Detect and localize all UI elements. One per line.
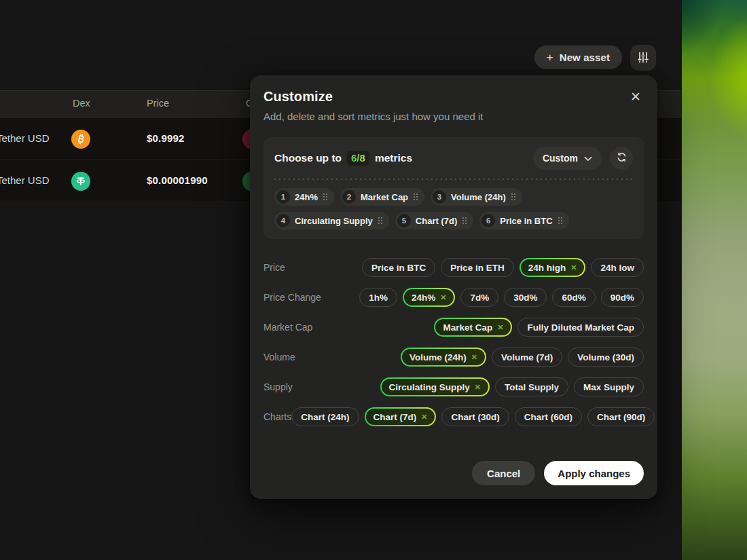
metrics-count: 6/8 bbox=[351, 152, 365, 164]
remove-x-icon[interactable]: ✕ bbox=[421, 413, 427, 422]
drag-handle-icon[interactable] bbox=[462, 217, 467, 225]
selected-metric-chip[interactable]: 5 Chart (7d) bbox=[395, 212, 473, 229]
drag-handle-icon[interactable] bbox=[511, 193, 516, 201]
column-header-dex[interactable]: Dex bbox=[73, 98, 90, 109]
category-options: Volume (24h)✕ Volume (7d) Volume (30d) bbox=[401, 348, 644, 367]
refresh-icon bbox=[617, 152, 627, 164]
selected-metric-chip[interactable]: 6 Price in BTC bbox=[479, 212, 568, 229]
category-row-price: Price Price in BTC Price in ETH 24h high… bbox=[263, 258, 644, 277]
category-row-volume: Volume Volume (24h)✕ Volume (7d) Volume … bbox=[263, 348, 644, 367]
option-chip[interactable]: Chart (90d) bbox=[587, 407, 655, 426]
selected-metric-chip[interactable]: 1 24h% bbox=[274, 188, 334, 206]
selected-metric-chip[interactable]: 3 Volume (24h) bbox=[431, 188, 522, 206]
option-chip-selected[interactable]: Volume (24h)✕ bbox=[401, 348, 486, 367]
option-chip[interactable]: Price in ETH bbox=[441, 258, 514, 277]
selected-metric-chip[interactable]: 2 Market Cap bbox=[340, 188, 424, 206]
close-icon[interactable]: ✕ bbox=[627, 89, 644, 105]
remove-x-icon[interactable]: ✕ bbox=[475, 383, 481, 392]
new-asset-label: New asset bbox=[560, 52, 610, 63]
metric-label: Circulating Supply bbox=[295, 216, 373, 226]
option-label: Chart (24h) bbox=[301, 412, 349, 422]
option-chip[interactable]: Chart (30d) bbox=[441, 407, 509, 426]
option-label: Volume (7d) bbox=[501, 352, 553, 362]
option-label: Fully Diluted Market Cap bbox=[527, 322, 634, 333]
option-chip[interactable]: 30d% bbox=[504, 288, 547, 307]
option-label: 90d% bbox=[611, 293, 634, 303]
bitcoin-icon bbox=[71, 130, 90, 149]
remove-x-icon[interactable]: ✕ bbox=[440, 293, 446, 302]
metric-categories: Price Price in BTC Price in ETH 24h high… bbox=[263, 258, 644, 426]
category-label: Price Change bbox=[263, 292, 321, 303]
category-options: Price in BTC Price in ETH 24h high✕ 24h … bbox=[362, 258, 644, 277]
drag-handle-icon[interactable] bbox=[323, 193, 328, 201]
option-label: 30d% bbox=[513, 293, 537, 303]
chooser-suffix: metrics bbox=[375, 152, 412, 164]
option-chip[interactable]: Volume (30d) bbox=[568, 348, 644, 367]
option-chip[interactable]: Chart (24h) bbox=[291, 407, 359, 426]
option-chip[interactable]: 90d% bbox=[601, 288, 644, 307]
option-label: 24h% bbox=[412, 293, 435, 303]
column-filters-button[interactable] bbox=[630, 45, 656, 71]
metric-label: Market Cap bbox=[361, 192, 408, 202]
option-chip[interactable]: 60d% bbox=[552, 288, 595, 307]
chevron-down-icon bbox=[584, 153, 592, 164]
category-options: Circulating Supply✕ Total Supply Max Sup… bbox=[380, 377, 644, 396]
topbar-actions: + New asset bbox=[534, 45, 622, 69]
option-chip-selected[interactable]: Market Cap✕ bbox=[434, 318, 512, 337]
option-label: Chart (30d) bbox=[451, 412, 499, 422]
metric-label: Price in BTC bbox=[500, 216, 552, 226]
category-options: Chart (24h) Chart (7d)✕ Chart (30d) Char… bbox=[291, 407, 655, 426]
option-chip-selected[interactable]: 24h high✕ bbox=[520, 258, 586, 277]
option-chip-selected[interactable]: Chart (7d)✕ bbox=[365, 407, 437, 426]
option-label: Price in BTC bbox=[371, 263, 426, 273]
remove-x-icon[interactable]: ✕ bbox=[471, 353, 477, 362]
metric-label: Chart (7d) bbox=[416, 216, 457, 226]
category-row-market-cap: Market Cap Market Cap✕ Fully Diluted Mar… bbox=[263, 318, 644, 337]
option-chip[interactable]: 24h low bbox=[591, 258, 644, 277]
remove-x-icon[interactable]: ✕ bbox=[570, 263, 577, 272]
modal-footer: Cancel Apply changes bbox=[263, 461, 644, 485]
option-label: Volume (30d) bbox=[577, 352, 634, 362]
reset-metrics-button[interactable] bbox=[610, 147, 633, 170]
option-chip-selected[interactable]: 24h%✕ bbox=[403, 288, 456, 307]
preset-dropdown[interactable]: Custom bbox=[533, 147, 602, 170]
option-label: Market Cap bbox=[443, 322, 492, 333]
option-chip[interactable]: Total Supply bbox=[495, 377, 568, 396]
dotted-divider bbox=[274, 179, 633, 180]
category-options: 1h% 24h%✕ 7d% 30d% 60d% 90d% bbox=[359, 288, 644, 307]
category-label: Market Cap bbox=[263, 322, 312, 333]
asset-price: $0.00001990 bbox=[147, 174, 208, 186]
metric-order-badge: 1 bbox=[276, 190, 290, 204]
option-chip[interactable]: Chart (60d) bbox=[515, 407, 582, 426]
option-label: 60d% bbox=[562, 293, 585, 303]
metric-order-badge: 4 bbox=[276, 214, 290, 227]
asset-price: $0.9992 bbox=[147, 132, 185, 144]
asset-name: Tether USD bbox=[0, 132, 50, 144]
new-asset-button[interactable]: + New asset bbox=[534, 45, 622, 69]
chooser-top-row: Choose up to 6/8 metrics Custom bbox=[274, 147, 633, 170]
metric-label: Volume (24h) bbox=[451, 192, 506, 202]
tether-icon bbox=[71, 172, 90, 191]
remove-x-icon[interactable]: ✕ bbox=[497, 323, 503, 332]
plus-icon: + bbox=[547, 52, 553, 63]
drag-handle-icon[interactable] bbox=[558, 217, 563, 225]
category-row-supply: Supply Circulating Supply✕ Total Supply … bbox=[263, 377, 644, 396]
category-label: Price bbox=[263, 262, 285, 273]
selected-metric-chip[interactable]: 4 Circulating Supply bbox=[274, 212, 389, 229]
option-chip-selected[interactable]: Circulating Supply✕ bbox=[380, 377, 490, 396]
app-root: + New asset Dex Price C Tether USD bbox=[0, 0, 747, 560]
cancel-button[interactable]: Cancel bbox=[472, 461, 535, 485]
option-chip[interactable]: Price in BTC bbox=[362, 258, 435, 277]
column-header-price[interactable]: Price bbox=[147, 98, 169, 109]
option-chip[interactable]: Max Supply bbox=[574, 377, 644, 396]
option-chip[interactable]: 7d% bbox=[460, 288, 498, 307]
option-chip[interactable]: Volume (7d) bbox=[492, 348, 562, 367]
metric-order-badge: 5 bbox=[397, 214, 411, 227]
apply-changes-button[interactable]: Apply changes bbox=[544, 461, 644, 485]
drag-handle-icon[interactable] bbox=[413, 193, 418, 201]
option-chip[interactable]: 1h% bbox=[359, 288, 397, 307]
drag-handle-icon[interactable] bbox=[378, 217, 383, 225]
customize-modal: Customize ✕ Add, delete and sort metrics… bbox=[250, 75, 657, 499]
option-chip[interactable]: Fully Diluted Market Cap bbox=[517, 318, 644, 337]
modal-header: Customize ✕ bbox=[263, 89, 644, 105]
